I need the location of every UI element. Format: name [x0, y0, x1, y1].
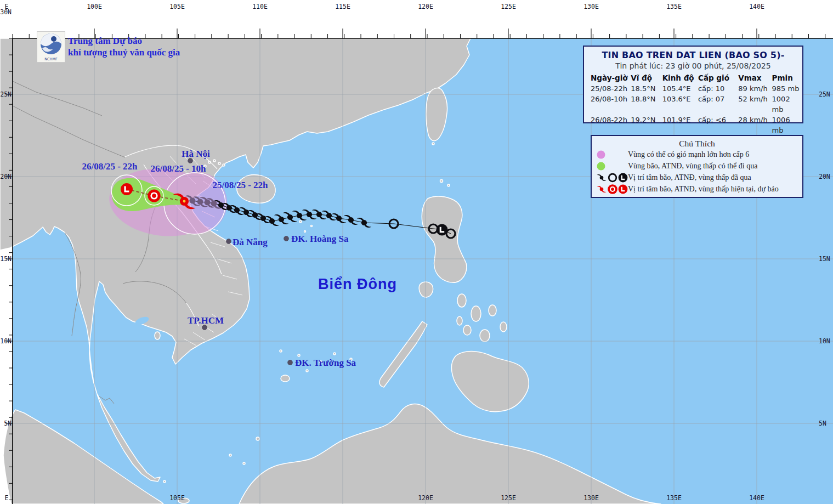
axis-label: 100E [87, 3, 102, 10]
legend-text: Vị trí tâm bão, ATNĐ, vùng thấp đã qua [628, 173, 751, 182]
column-header: Pmin [772, 73, 802, 83]
city-label: Hà Nội [182, 149, 210, 159]
table-cell: cấp: 07 [698, 94, 738, 115]
storm-data-table: Ngày-giờVĩ độKinh độCấp gióVmaxPmin25/08… [584, 73, 802, 135]
legend-text: Vị trí tâm bão, ATNĐ, vùng thấp hiện tại… [628, 185, 779, 194]
storm-bulletin-page: E100E105E110E115E120E125E130E135E140EE10… [0, 0, 833, 504]
legend-row-past-position: Vị trí tâm bão, ATNĐ, vùng thấp đã qua [592, 172, 802, 183]
city-label: ĐK. Trường Sa [295, 358, 356, 368]
nchmf-abbr: NCHMF [37, 57, 65, 61]
axis-label: 25N [819, 90, 830, 98]
table-cell: 1002 mb [772, 94, 802, 115]
table-row: 26/08-10h18.8°N103.6°Ecấp: 0752 km/h1002… [591, 94, 802, 115]
axis-label: 125E [501, 3, 516, 10]
table-cell: 28 km/h [738, 115, 772, 135]
sea-name-label: Biển Đông [318, 276, 397, 292]
axis-label: 130E [583, 494, 599, 502]
table-cell: 18.5°N [631, 83, 662, 94]
table-cell: 105.4°E [662, 83, 698, 94]
city-dot [284, 236, 289, 241]
city-label: TP.HCM [188, 315, 224, 326]
legend-row-current-position: Vị trí tâm bão, ATNĐ, vùng thấp hiện tại… [592, 183, 802, 195]
nchmf-emblem-icon [39, 32, 63, 56]
track-date-label: 26/08/25 - 10h [150, 163, 206, 174]
past-low-icon [437, 224, 448, 236]
table-cell: cấp: 10 [698, 83, 738, 94]
axis-label: 105E [169, 494, 185, 502]
axis-label: 120E [418, 3, 433, 10]
table-cell: 25/08-22h [591, 83, 631, 94]
track-date-label: 26/08/25 - 22h [82, 161, 138, 172]
axis-label: 140E [749, 494, 764, 502]
table-cell: cấp: <6 [698, 115, 738, 135]
legend-title: Chú Thích [592, 139, 802, 149]
past-position-icons [597, 172, 628, 183]
legend-row-wind-zone: Vùng có thể có gió mạnh lớn hơn cấp 6 [592, 149, 802, 160]
axis-label: 110E [252, 3, 268, 10]
track-zone-icon [597, 162, 605, 171]
axis-label: 5N [4, 420, 12, 427]
axis-label: 25N [0, 90, 12, 98]
axis-label: 105E [169, 3, 185, 10]
axis-label: 135E [666, 494, 682, 502]
column-header: Cấp gió [698, 73, 738, 83]
bulletin-issued-time: Tin phát lúc: 23 giờ 00 phút, 25/08/2025 [584, 61, 802, 70]
column-header: Kinh độ [662, 73, 698, 83]
legend-text: Vùng bão, ATNĐ, vùng thấp có thể đi qua [628, 162, 757, 171]
table-cell: 103.6°E [662, 94, 698, 115]
org-name: Trung tâm Dự báo khí tượng thuỷ văn quốc… [68, 35, 180, 58]
axis-label: 130E [583, 3, 599, 10]
column-header: Vĩ độ [631, 73, 662, 83]
axis-label: 15N [0, 255, 12, 263]
axis-label: E [5, 494, 9, 502]
table-header-row: Ngày-giờVĩ độKinh độCấp gióVmaxPmin [591, 73, 802, 83]
axis-label: 135E [666, 3, 682, 10]
bulletin-title: TIN BAO TREN DAT LIEN (BAO SO 5)- [584, 50, 802, 60]
axis-label: 20N [0, 173, 12, 180]
track-date-label: 25/08/25 - 22h [212, 180, 268, 190]
city-label: Đà Nẵng [233, 237, 268, 247]
storm-info-box: TIN BAO TREN DAT LIEN (BAO SO 5)- Tin ph… [583, 46, 803, 123]
table-cell: 985 mb [772, 83, 802, 94]
nchmf-logo: NCHMF [37, 31, 65, 63]
axis-label: 115E [335, 3, 350, 10]
column-header: Ngày-giờ [591, 73, 631, 83]
table-cell: 19.2°N [631, 115, 662, 135]
table-cell: 101.9°E [662, 115, 698, 135]
axis-label: 140E [749, 3, 764, 10]
column-header: Vmax [738, 73, 772, 83]
current-position-icons [597, 184, 628, 195]
city-dot [226, 239, 231, 244]
wind-zone-icon [597, 150, 605, 159]
table-cell: 52 km/h [738, 94, 772, 115]
axis-label: 5N [819, 420, 826, 427]
forecast-position-icon [148, 189, 160, 202]
org-name-line2: khí tượng thuỷ văn quốc gia [68, 47, 180, 58]
table-cell: 26/08-22h [591, 115, 631, 135]
table-cell: 18.8°N [631, 94, 662, 115]
axis-label: 120E [418, 494, 433, 502]
axis-label: 15N [819, 255, 830, 263]
org-name-line1: Trung tâm Dự báo [68, 35, 180, 47]
table-row: 25/08-22h18.5°N105.4°Ecấp: 1089 km/h985 … [591, 83, 802, 94]
axis-label: 30N [0, 8, 12, 16]
table-cell: 89 km/h [738, 83, 772, 94]
city-dot [288, 360, 293, 365]
land-mindoro [419, 282, 433, 297]
forecast-position-icon [121, 183, 133, 195]
current-center-dot [183, 200, 186, 203]
table-cell: 26/08-10h [591, 94, 631, 115]
table-cell: 1006 mb [772, 115, 802, 135]
axis-label: 10N [819, 337, 830, 345]
legend-text: Vùng có thể có gió mạnh lớn hơn cấp 6 [628, 150, 749, 159]
axis-label: 20N [819, 173, 830, 180]
table-row: 26/08-22h19.2°N101.9°Ecấp: <628 km/h1006… [591, 115, 802, 135]
legend-row-track-zone: Vùng bão, ATNĐ, vùng thấp có thể đi qua [592, 160, 802, 172]
legend: Chú Thích Vùng có thể có gió mạnh lớn hơ… [591, 135, 803, 198]
axis-label: 125E [501, 494, 516, 502]
axis-label: 10N [0, 337, 12, 345]
city-label: ĐK. Hoàng Sa [291, 234, 349, 244]
